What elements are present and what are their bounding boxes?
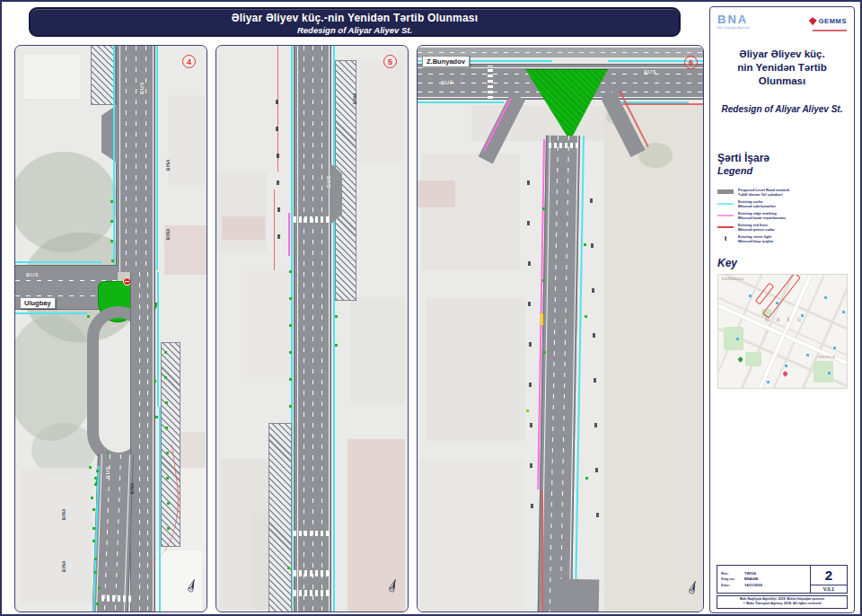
key-heading: Key (717, 257, 847, 269)
legend-heading-en: Legend (717, 165, 847, 176)
pedestrian-crossing (294, 570, 331, 576)
street-light-symbol: t (717, 235, 734, 242)
north-arrow-icon (687, 579, 699, 595)
street-name-box: Z.Bunyadov (422, 56, 470, 67)
copyright-en: © Baku Transport Agency, 2018. All right… (717, 602, 847, 606)
sheet-title-bar: Əliyar Əliyev küç.-nin Yenidən Tərtib Ol… (29, 7, 681, 37)
legend-item-text: Existing edge markingMövcud kənar nişanl… (738, 211, 786, 220)
pedestrian-crossing (294, 590, 331, 596)
road-design-overlay: BUS BINA 5 (216, 46, 408, 612)
existing-curb-line (156, 46, 158, 270)
bus-lane-label: BUS (139, 82, 145, 94)
road-widening (552, 579, 600, 612)
pedestrian-crossing (101, 594, 132, 602)
poi-marker-pink (782, 371, 787, 376)
building-label: BINA (62, 560, 66, 572)
district-label: KESHLA (819, 356, 835, 359)
legend-item: t Existing street lightMövcud küçə işıql… (717, 234, 847, 243)
street-name-box: Ulugbay (20, 297, 56, 309)
legend-list: Proposed Level Road networkTəklif olunan… (717, 188, 847, 243)
edge-marking-swatch (717, 215, 734, 216)
existing-red-line (277, 46, 278, 172)
tree-dots (110, 200, 113, 203)
title-block-row: Rev:TW100 (721, 572, 806, 576)
existing-curb-line (15, 261, 101, 263)
sidebar: BNA Bakı Nəqliyyat Agentliyi GEMMS Əliya… (709, 6, 855, 613)
legend-item-text: Existing red linesMövcud qırmızı xətlər (738, 223, 775, 232)
title-block-row: Date:14/11/2018 (721, 584, 806, 587)
red-line-swatch (717, 226, 734, 228)
title-block: Rev:TW100 Dwg no:BNA068 Date:14/11/2018 … (717, 565, 848, 594)
fork-road (479, 92, 525, 163)
road-design-overlay: BUS BUS Z.Bunyadov 6 (418, 46, 703, 612)
title-block-rows: Rev:TW100 Dwg no:BNA068 Date:14/11/2018 (717, 566, 811, 593)
sheet-number-cell: 2 V.0.1 (811, 566, 847, 593)
building-tags (527, 180, 530, 185)
existing-curb-line (15, 312, 87, 314)
sheet-number: 2 (811, 566, 847, 585)
main-road (294, 46, 331, 612)
bus-lane-label: BUS (105, 466, 110, 479)
tree-dots (289, 270, 292, 273)
district-label: DARNAGUL (722, 277, 744, 281)
pedestrian-crossing (488, 66, 493, 99)
pedestrian-crossing (549, 143, 579, 148)
pedestrian-crossing (294, 216, 331, 223)
sheet-title-en: Redesign of Aliyar Aliyev St. (31, 25, 679, 35)
existing-red-line (274, 189, 275, 270)
north-arrow-icon (186, 577, 198, 594)
sidebar-title: Əliyar Əliyev küç. nin Yenidən Tərtib Ol… (717, 48, 847, 88)
legend-item: Existing curbsMövcud səki kənarları (717, 199, 847, 208)
bus-lane-label: BUS (26, 272, 39, 277)
building-label: BINA (166, 228, 171, 240)
curb-swatch (717, 203, 734, 205)
sidebar-title-line2: nin Yenidən Tərtib Olunması (717, 61, 847, 88)
legend-item-text: Existing curbsMövcud səki kənarları (738, 199, 776, 208)
building-label: BINA (166, 159, 171, 171)
gemms-logo: GEMMS (809, 13, 847, 31)
yellow-marking (541, 313, 543, 325)
existing-curb-line (113, 46, 115, 268)
green-island (523, 69, 610, 141)
panel-number-badge: 4 (182, 55, 196, 68)
edge-marking-line (288, 213, 290, 256)
version-label: V.0.1 (811, 585, 847, 593)
road-swatch (717, 189, 734, 194)
panel-number-badge: 5 (383, 55, 397, 68)
sidebar-title-line1: Əliyar Əliyev küç. (717, 48, 847, 61)
city-label: B a k u (765, 316, 804, 322)
map-panel-6: BUS BUS Z.Bunyadov 6 (417, 45, 704, 612)
building-label: BINA (353, 92, 357, 104)
gem-icon (809, 17, 817, 25)
panel-number-badge: 6 (684, 56, 698, 69)
sheet-title-az: Əliyar Əliyev küç.-nin Yenidən Tərtib Ol… (31, 12, 679, 24)
legend-item-text: Proposed Level Road networkTəklif olunan… (738, 188, 789, 197)
bus-lane-label: BUS (644, 69, 656, 75)
pedestrian-crossing (294, 531, 331, 536)
existing-red-line (541, 490, 543, 612)
title-block-row: Dwg no:BNA068 (721, 577, 806, 581)
existing-curb-line (418, 101, 504, 103)
building-tags (276, 100, 278, 104)
map-panel-4: BUS BUS BUS BINA BINA BINA BINA BINA Ulu… (14, 45, 207, 612)
bus-lane-label: BUS (441, 80, 454, 86)
bna-tagline: Bakı Nəqliyyat Agentliyi (717, 27, 750, 30)
bus-lane-label: BUS (326, 175, 331, 188)
hatched-parking (268, 423, 292, 612)
existing-red-line (622, 103, 704, 105)
key-map: DARNAGUL B a k u KESHLA (717, 274, 848, 389)
bna-logo: BNA Bakı Nəqliyyat Agentliyi (717, 13, 750, 30)
hatched-area (91, 45, 116, 105)
building-label: BINA (130, 482, 135, 494)
sidebar-subtitle: Redesign of Aliyar Aliyev St. (717, 104, 847, 114)
legend-heading-az: Şərti İşarə (717, 152, 847, 164)
bna-logo-text: BNA (717, 13, 748, 26)
poi-marker-green (737, 356, 743, 362)
tree-dots (542, 207, 545, 210)
building-label: BINA (62, 508, 66, 520)
north-arrow-icon (387, 577, 400, 594)
legend-item: Existing red linesMövcud qırmızı xətlər (717, 223, 847, 232)
road-design-overlay: BUS BUS BUS BINA BINA BINA BINA BINA Ulu… (15, 46, 207, 612)
drawing-sheet: Əliyar Əliyev küç.-nin Yenidən Tərtib Ol… (0, 0, 862, 616)
gemms-logo-text: GEMMS (819, 17, 847, 25)
